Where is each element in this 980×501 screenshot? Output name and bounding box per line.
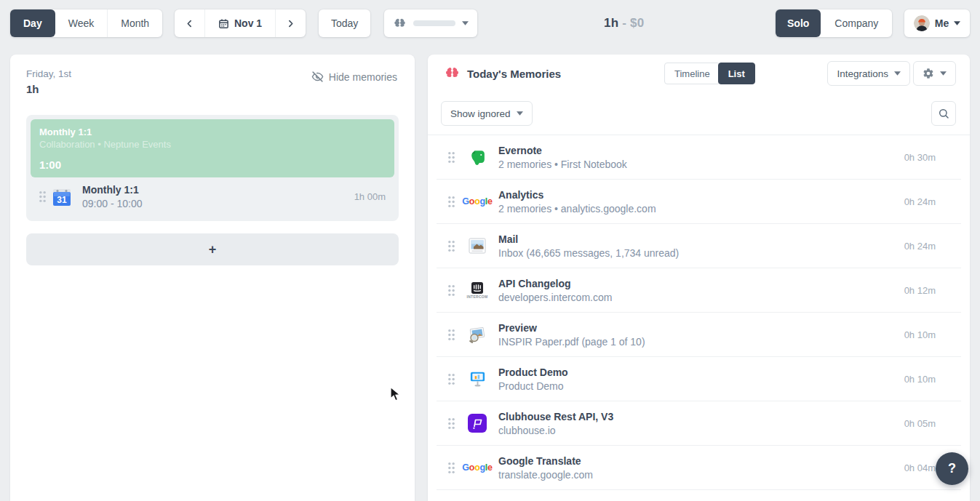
memory-row[interactable]: INTERCOMAPI Changelogdevelopers.intercom…	[437, 268, 961, 313]
date-label: Nov 1	[234, 17, 262, 29]
caret-down-icon	[940, 71, 947, 76]
today-button[interactable]: Today	[319, 9, 370, 37]
memory-subtitle: INSPIR Paper.pdf (page 1 of 10)	[498, 336, 645, 348]
keynote-icon	[469, 369, 487, 388]
memory-row[interactable]: PreviewINSPIR Paper.pdf (page 1 of 10)0h…	[437, 313, 961, 357]
memory-text: Analytics2 memories • analytics.google.c…	[498, 189, 656, 215]
scope-switcher: Solo Company	[776, 9, 892, 37]
memory-subtitle: 2 memories • First Notebook	[498, 159, 627, 170]
memory-subtitle: Inbox (46,665 messages, 1,734 unread)	[498, 247, 679, 259]
event-entry-time: 09:00 - 10:00	[82, 198, 143, 209]
google-logo-icon: Google	[462, 462, 492, 473]
tab-month[interactable]: Month	[108, 9, 162, 37]
tab-week[interactable]: Week	[55, 9, 108, 37]
clubhouse-icon	[468, 414, 487, 433]
memory-duration: 0h 10m	[904, 374, 936, 385]
user-menu-button[interactable]: Me	[904, 9, 970, 37]
caret-down-icon	[954, 21, 960, 25]
memory-title: Product Demo	[498, 366, 568, 378]
memory-title: Analytics	[498, 189, 656, 201]
memory-title: Preview	[498, 322, 645, 334]
mail-icon	[468, 236, 487, 255]
tab-solo[interactable]: Solo	[776, 9, 821, 37]
drag-handle[interactable]	[445, 284, 457, 297]
tab-company[interactable]: Company	[821, 9, 892, 37]
search-icon	[938, 108, 949, 119]
caret-down-icon	[894, 71, 901, 76]
date-navigator: Nov 1	[175, 9, 306, 37]
event-entry-title: Monthly 1:1	[82, 184, 143, 196]
show-ignored-label: Show ignored	[450, 108, 511, 119]
tab-day[interactable]: Day	[10, 9, 55, 37]
memory-duration: 0h 05m	[904, 418, 936, 429]
event-entry-duration: 1h 00m	[354, 191, 386, 202]
drag-handle[interactable]	[445, 329, 457, 341]
memory-row[interactable]: MailInbox (46,665 messages, 1,734 unread…	[437, 224, 961, 268]
caret-down-icon	[517, 111, 523, 116]
hide-memories-button[interactable]: Hide memories	[311, 71, 397, 83]
memory-row[interactable]: Clubhouse Rest API, V3clubhouse.io0h 05m	[437, 401, 961, 446]
memory-text: Clubhouse Rest API, V3clubhouse.io	[498, 411, 613, 436]
brain-icon	[444, 66, 461, 81]
daily-total-stats: 1h - $0	[604, 16, 644, 31]
day-header: Friday, 1st 1h Hide memories	[10, 55, 415, 95]
memory-title: API Changelog	[498, 278, 612, 289]
event-card: Monthly 1:1 Collaboration • Neptune Even…	[26, 115, 399, 221]
svg-text:31: 31	[57, 195, 67, 205]
memory-row[interactable]: Evernote2 memories • First Notebook0h 30…	[437, 135, 961, 180]
drag-handle[interactable]	[445, 240, 457, 252]
memory-duration: 0h 30m	[904, 152, 936, 163]
help-button[interactable]: ?	[936, 452, 968, 485]
prev-day-button[interactable]	[175, 9, 204, 37]
add-entry-button[interactable]: +	[26, 233, 399, 265]
integrations-button[interactable]: Integrations	[827, 61, 910, 86]
show-ignored-button[interactable]: Show ignored	[441, 101, 533, 126]
memory-duration: 0h 12m	[904, 285, 936, 296]
memory-row[interactable]: GoogleAnalytics2 memories • analytics.go…	[437, 180, 961, 224]
memories-subheader: Show ignored	[428, 92, 970, 135]
event-entry-texts: Monthly 1:1 09:00 - 10:00	[82, 184, 143, 209]
google-logo-icon: Google	[462, 196, 492, 207]
memories-list: Evernote2 memories • First Notebook0h 30…	[428, 135, 970, 490]
memory-title: Google Translate	[498, 455, 593, 467]
memories-header: Today's Memories Timeline List Integrati…	[428, 55, 970, 92]
stats-separator: -	[622, 16, 626, 30]
memory-subtitle: clubhouse.io	[498, 425, 613, 436]
top-toolbar: Day Week Month Nov 1 Today 1h - $0 Solo …	[0, 0, 980, 48]
settings-button[interactable]	[913, 61, 956, 86]
search-button[interactable]	[931, 101, 956, 126]
intercom-icon: INTERCOM	[466, 282, 487, 299]
memory-title: Mail	[498, 233, 679, 245]
memory-subtitle: developers.intercom.com	[498, 292, 612, 303]
next-day-button[interactable]	[276, 9, 306, 37]
integrations-label: Integrations	[837, 68, 888, 79]
memories-view-toggle: Timeline List	[664, 63, 755, 84]
memory-row[interactable]: GoogleGoogle Translatetranslate.google.c…	[437, 446, 961, 490]
memories-header-actions: Integrations	[827, 61, 956, 86]
memory-duration: 0h 10m	[904, 329, 936, 340]
memory-text: PreviewINSPIR Paper.pdf (page 1 of 10)	[498, 322, 645, 348]
tab-timeline[interactable]: Timeline	[664, 63, 720, 84]
day-date-title: Friday, 1st	[26, 68, 71, 79]
tab-list[interactable]: List	[718, 63, 755, 84]
memory-title: Evernote	[498, 145, 627, 156]
date-picker-button[interactable]: Nov 1	[205, 9, 275, 37]
drag-handle[interactable]	[445, 151, 457, 164]
brain-icon	[393, 17, 407, 30]
eye-off-icon	[311, 71, 324, 83]
memory-text: Product DemoProduct Demo	[498, 366, 568, 392]
memory-row[interactable]: Product DemoProduct Demo0h 10m	[437, 357, 961, 401]
drag-handle[interactable]	[445, 462, 457, 474]
event-entry-row[interactable]: 31 Monthly 1:1 09:00 - 10:00 1h 00m	[31, 177, 394, 217]
memories-panel: Today's Memories Timeline List Integrati…	[428, 55, 970, 501]
google-calendar-icon: 31	[52, 187, 72, 207]
gear-icon	[923, 68, 934, 79]
drag-handle[interactable]	[445, 417, 457, 430]
project-selector[interactable]	[384, 9, 477, 37]
drag-handle[interactable]	[445, 196, 457, 208]
day-panel: Friday, 1st 1h Hide memories Monthly 1:1…	[10, 55, 415, 501]
drag-handle[interactable]	[445, 373, 457, 385]
event-block[interactable]: Monthly 1:1 Collaboration • Neptune Even…	[31, 119, 394, 177]
memories-title: Today's Memories	[467, 68, 561, 80]
drag-handle[interactable]	[36, 191, 48, 203]
